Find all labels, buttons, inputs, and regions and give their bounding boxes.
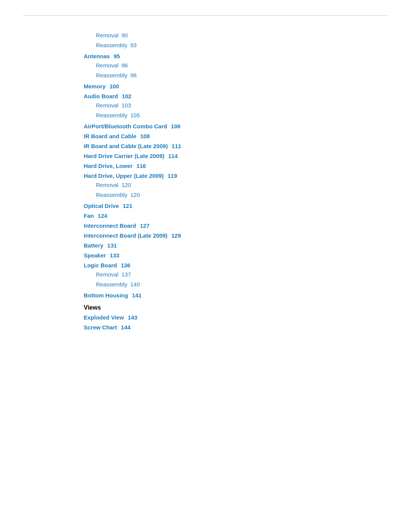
toc-link-label: Interconnect Board — [84, 222, 136, 229]
list-item[interactable]: Bottom Housing 141 — [84, 292, 327, 299]
toc-link[interactable]: Optical Drive 121 — [84, 203, 132, 209]
list-item[interactable]: Battery 131 — [84, 242, 327, 249]
toc-link[interactable]: Logic Board 136 — [84, 262, 131, 268]
sub-entry-label: Reassembly — [96, 280, 127, 289]
page-number: 93 — [131, 40, 137, 50]
toc-link-label: Memory — [84, 83, 106, 89]
toc-header[interactable]: Audio Board 102 — [84, 93, 327, 100]
toc-header[interactable]: Logic Board 136 — [84, 262, 327, 269]
sub-entry[interactable]: Removal 137 — [84, 270, 327, 280]
list-item[interactable]: Hard Drive Carrier (Late 2009) 114 — [84, 153, 327, 160]
page-number: 129 — [171, 232, 181, 239]
toc-header[interactable]: Hard Drive, Upper (Late 2009) 119 — [84, 173, 327, 179]
section-heading: Views — [84, 304, 327, 311]
toc-link[interactable]: Interconnect Board (Late 2009) 129 — [84, 232, 181, 239]
toc-link-label: Logic Board — [84, 262, 117, 268]
list-item[interactable]: AirPort/Bluetooth Combo Card 106 — [84, 123, 327, 130]
page-number: 120 — [131, 190, 140, 200]
list-item: Audio Board 102 Removal 103 Reassembly 1… — [84, 93, 327, 120]
sub-entry-label: Removal — [96, 180, 118, 190]
toc-link[interactable]: IR Board and Cable (Late 2009) 111 — [84, 143, 181, 149]
toc-link[interactable]: Antennas 95 — [84, 53, 120, 59]
page-number: 96 — [121, 61, 128, 70]
toc-link-label: Speaker — [84, 252, 106, 259]
toc-link[interactable]: IR Board and Cable 108 — [84, 133, 150, 139]
page-number: 90 — [121, 30, 128, 40]
page-number: 137 — [121, 270, 131, 280]
page-number: 144 — [121, 324, 131, 331]
toc-link[interactable]: Speaker 133 — [84, 252, 119, 259]
sub-entry[interactable]: Removal 90 — [84, 30, 327, 40]
page-number: 100 — [110, 83, 119, 89]
sub-entry[interactable]: Reassembly 105 — [84, 110, 327, 120]
sub-entry[interactable]: Removal 96 — [84, 61, 327, 70]
list-item[interactable]: Screw Chart 144 — [84, 324, 327, 331]
page-number: 131 — [107, 242, 117, 249]
sub-entry[interactable]: Reassembly 140 — [84, 280, 327, 289]
section-heading-label: Views — [84, 304, 101, 311]
toc-link[interactable]: Interconnect Board 127 — [84, 222, 150, 229]
list-item[interactable]: IR Board and Cable 108 — [84, 133, 327, 140]
sub-entry[interactable]: Reassembly 93 — [84, 40, 327, 50]
sub-entry-label: Removal — [96, 61, 118, 70]
toc-link-label: Bottom Housing — [84, 292, 128, 299]
toc-link-label: IR Board and Cable — [84, 133, 136, 139]
page-number: 114 — [168, 153, 178, 159]
list-item[interactable]: Fan 124 — [84, 212, 327, 219]
list-item[interactable]: Hard Drive, Lower 116 — [84, 163, 327, 169]
page-number: 141 — [132, 292, 142, 299]
page-number: 133 — [110, 252, 119, 259]
list-item[interactable]: Speaker 133 — [84, 252, 327, 259]
list-item[interactable]: Exploded View 143 — [84, 314, 327, 321]
toc-link[interactable]: Screw Chart 144 — [84, 324, 131, 331]
sub-entry-label: Removal — [96, 30, 118, 40]
page-number: 98 — [131, 70, 137, 80]
list-item: Hard Drive, Upper (Late 2009) 119 Remova… — [84, 173, 327, 200]
toc-link-label: Antennas — [84, 53, 110, 59]
toc-link[interactable]: Audio Board 102 — [84, 93, 131, 99]
page-number: 111 — [172, 143, 181, 149]
toc-link[interactable]: Exploded View 143 — [84, 314, 137, 321]
sub-entry[interactable]: Reassembly 98 — [84, 70, 327, 80]
list-item[interactable]: Memory 100 — [84, 83, 327, 90]
page-number: 140 — [131, 280, 140, 289]
toc-link[interactable]: Bottom Housing 141 — [84, 292, 142, 299]
toc-link[interactable]: Fan 124 — [84, 212, 107, 219]
toc-link[interactable]: AirPort/Bluetooth Combo Card 106 — [84, 123, 180, 129]
toc-link[interactable]: Hard Drive, Lower 116 — [84, 163, 146, 169]
sub-entry[interactable]: Reassembly 120 — [84, 190, 327, 200]
page-number: 103 — [121, 101, 131, 110]
page-number: 120 — [121, 180, 131, 190]
toc-link-label: Audio Board — [84, 93, 118, 99]
list-item[interactable]: Interconnect Board (Late 2009) 129 — [84, 232, 327, 239]
page-number: 102 — [122, 93, 131, 99]
toc-link-label: Hard Drive, Upper (Late 2009) — [84, 173, 164, 179]
toc-link-label: Fan — [84, 212, 94, 219]
toc-header[interactable]: Antennas 95 — [84, 53, 327, 60]
page-number: 116 — [137, 163, 146, 169]
toc-link[interactable]: Battery 131 — [84, 242, 117, 249]
toc-link-label: IR Board and Cable (Late 2009) — [84, 143, 168, 149]
page-number: 106 — [171, 123, 180, 129]
sub-entry[interactable]: Removal 103 — [84, 101, 327, 110]
sub-entry-label: Reassembly — [96, 40, 127, 50]
page-number: 124 — [98, 212, 107, 219]
toc-link[interactable]: Hard Drive, Upper (Late 2009) 119 — [84, 173, 177, 179]
page-number: 119 — [167, 173, 177, 179]
sub-entry-label: Reassembly — [96, 70, 127, 80]
sub-entry[interactable]: Removal 120 — [84, 180, 327, 190]
page-number: 95 — [114, 53, 120, 59]
top-border — [23, 15, 388, 16]
page-number: 105 — [131, 110, 140, 120]
list-item[interactable]: IR Board and Cable (Late 2009) 111 — [84, 143, 327, 150]
list-item[interactable]: Optical Drive 121 — [84, 203, 327, 209]
list-item: Antennas 95 Removal 96 Reassembly 98 — [84, 53, 327, 80]
toc-link-label: Exploded View — [84, 314, 124, 321]
sub-entry-label: Reassembly — [96, 110, 127, 120]
page-number: 143 — [128, 314, 137, 321]
sub-entry-label: Reassembly — [96, 190, 127, 200]
toc-link[interactable]: Hard Drive Carrier (Late 2009) 114 — [84, 153, 178, 159]
list-item[interactable]: Interconnect Board 127 — [84, 222, 327, 229]
toc-link[interactable]: Memory 100 — [84, 83, 119, 89]
page-number: 127 — [140, 222, 150, 229]
